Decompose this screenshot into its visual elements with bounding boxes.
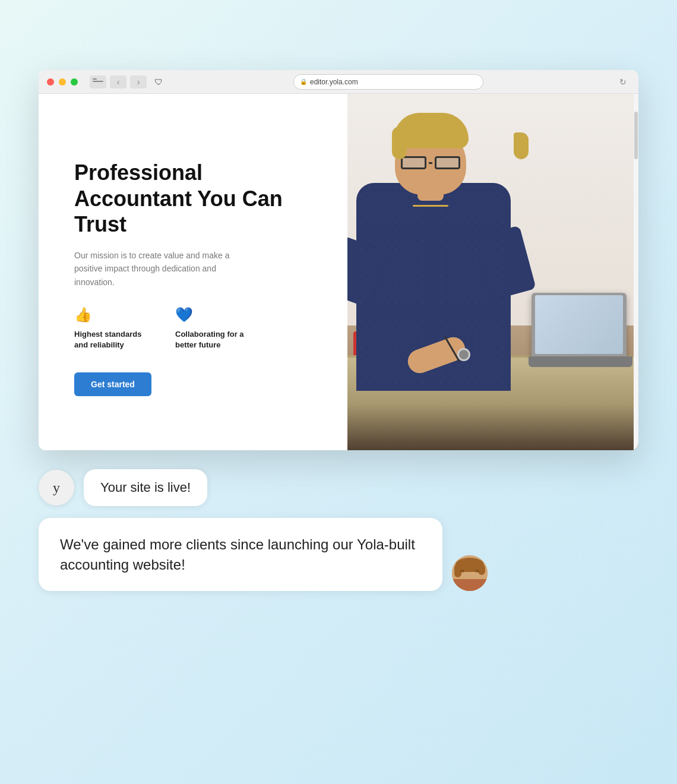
heart-icon: 💙 — [175, 306, 252, 323]
get-started-button[interactable]: Get started — [74, 372, 151, 396]
user-avatar — [452, 555, 488, 591]
address-bar-container: 🔒 editor.yola.com — [170, 74, 606, 90]
yola-avatar: y — [39, 470, 74, 505]
chat-message-incoming: y Your site is live! — [39, 469, 573, 506]
maximize-button[interactable] — [71, 78, 78, 86]
browser-titlebar: ‹ › 🛡 🔒 editor.yola.com ↻ — [39, 70, 638, 94]
laptop-base — [529, 356, 632, 367]
shield-icon: 🛡 — [151, 75, 166, 89]
hero-image-panel — [347, 94, 638, 450]
incoming-message-text: Your site is live! — [100, 480, 191, 495]
browser-scrollbar[interactable] — [634, 94, 638, 450]
chat-bubble-outgoing: We've gained more clients since launchin… — [39, 518, 442, 591]
reload-button[interactable]: ↻ — [616, 75, 630, 89]
address-bar[interactable]: 🔒 editor.yola.com — [293, 74, 483, 90]
forward-button[interactable]: › — [130, 75, 147, 88]
hero-left-panel: Professional Accountant You Can Trust Ou… — [39, 94, 347, 450]
feature-label-standards: Highest standards and reliability — [74, 329, 151, 350]
lock-icon: 🔒 — [300, 78, 307, 85]
thumbs-up-icon: 👍 — [74, 306, 151, 323]
glasses — [401, 156, 460, 169]
feature-item-collaborating: 💙 Collaborating for a better future — [175, 306, 252, 350]
outgoing-message-text: We've gained more clients since launchin… — [60, 536, 415, 573]
browser-content: Professional Accountant You Can Trust Ou… — [39, 94, 638, 450]
chat-bubble-incoming: Your site is live! — [84, 469, 207, 506]
sidebar-toggle-button[interactable] — [90, 75, 106, 88]
laptop — [532, 293, 627, 358]
hair-side-left — [392, 127, 407, 159]
hair-side-right — [514, 132, 529, 159]
close-button[interactable] — [47, 78, 54, 86]
scrollbar-thumb[interactable] — [634, 112, 638, 159]
feature-list: 👍 Highest standards and reliability 💙 Co… — [74, 306, 318, 350]
url-text: editor.yola.com — [310, 78, 358, 86]
feature-label-collaborating: Collaborating for a better future — [175, 329, 252, 350]
hero-description: Our mission is to create value and make … — [74, 249, 241, 289]
necklace — [413, 205, 448, 207]
hero-title: Professional Accountant You Can Trust — [74, 160, 318, 237]
laptop-screen — [535, 295, 623, 354]
chat-message-outgoing: We've gained more clients since launchin… — [39, 518, 573, 591]
minimize-button[interactable] — [59, 78, 66, 86]
back-button[interactable]: ‹ — [110, 75, 126, 88]
browser-window: ‹ › 🛡 🔒 editor.yola.com ↻ Professional A… — [39, 70, 638, 450]
feature-item-standards: 👍 Highest standards and reliability — [74, 306, 151, 350]
hero-image — [347, 94, 638, 450]
browser-controls: ‹ › — [90, 75, 147, 88]
chat-section: y Your site is live! We've gained more c… — [39, 469, 573, 591]
